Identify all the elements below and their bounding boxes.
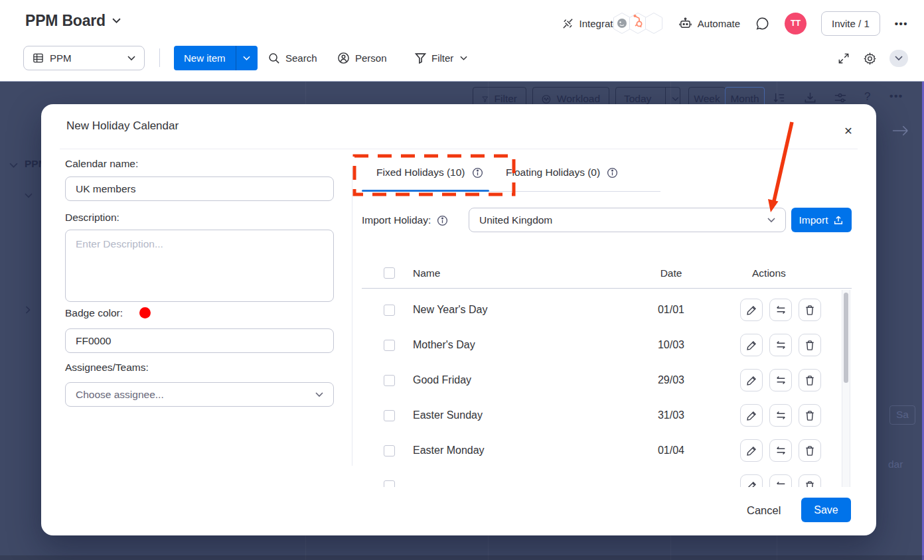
info-icon[interactable] [607,167,618,178]
invite-button[interactable]: Invite / 1 [821,11,880,36]
info-icon[interactable] [437,215,448,226]
new-holiday-calendar-modal: New Holiday Calendar ✕ Calendar name: De… [41,104,876,535]
filter-button[interactable]: Filter [415,46,467,70]
workload-icon [542,94,551,105]
tab-fixed-label: Fixed Holidays (10) [376,167,465,178]
row-checkbox[interactable] [384,410,395,421]
row-checkbox[interactable] [384,445,395,456]
bg-row-chevron-icon[interactable] [25,193,33,198]
tab-fixed-holidays[interactable]: Fixed Holidays (10) [376,167,483,178]
modal-title: New Holiday Calendar [66,119,179,133]
edit-icon[interactable] [740,369,763,391]
bg-collapse-chevron-icon[interactable] [9,163,18,169]
import-country-select[interactable]: United Kingdom [469,208,786,232]
holiday-name: Easter Sunday [413,409,483,421]
chevron-down-icon [672,97,679,102]
bg-sort-icon[interactable] [772,91,786,105]
bg-help-icon[interactable]: ? [864,90,870,104]
description-textarea[interactable] [65,230,334,302]
row-checkbox[interactable] [384,305,395,316]
table-row: Good Friday 29/03 [362,363,844,398]
bg-export-icon[interactable] [803,91,817,105]
view-select[interactable]: PPM [23,46,145,70]
import-button[interactable]: Import [791,208,852,232]
table-row: Easter Monday 01/04 [362,433,844,468]
holiday-name: Good Friday [413,374,471,386]
assignees-select[interactable]: Choose assignee... [65,382,334,407]
integrate-button[interactable]: Integrate [562,12,664,35]
search-button[interactable]: Search [268,46,317,70]
edit-icon[interactable] [740,404,763,427]
calendar-name-input[interactable] [65,176,334,201]
search-label: Search [285,52,317,64]
badge-color-swatch [139,307,151,318]
import-holiday-label-row: Import Holiday: [362,214,448,226]
board-title[interactable]: PPM Board [25,12,121,30]
swap-icon[interactable] [769,299,792,321]
automate-button[interactable]: Automate [678,17,740,30]
row-checkbox[interactable] [384,480,395,487]
holiday-name: Easter Monday [413,445,485,456]
swap-icon[interactable] [769,404,792,427]
row-checkbox[interactable] [384,340,395,351]
edit-icon[interactable] [740,439,763,462]
save-button[interactable]: Save [801,498,851,522]
bg-expand-chevron-icon[interactable] [25,306,31,314]
holiday-table-body: New Year's Day 01/01 Mother's Day 10/03 … [362,289,844,487]
new-item-button[interactable]: New item [174,46,258,70]
bg-today-label: Today [616,93,659,105]
table-scrollbar[interactable] [842,290,850,487]
new-item-caret[interactable] [236,46,258,70]
board-more-icon[interactable]: ••• [895,18,908,29]
chevron-down-icon [460,56,467,61]
table-row: Mother's Day 10/03 [362,328,844,363]
column-header-name: Name [413,267,440,279]
view-select-value: PPM [50,52,72,64]
table-row: New Year's Day 01/01 [362,293,844,328]
edit-icon[interactable] [740,334,763,356]
badge-color-input[interactable] [65,328,334,353]
badge-color-label: Badge color: [65,307,123,319]
person-filter-button[interactable]: Person [337,46,387,70]
integration-app-badges [616,12,664,35]
avatar[interactable]: TT [785,13,807,35]
new-item-label[interactable]: New item [174,46,236,70]
delete-icon[interactable] [799,474,821,487]
info-icon[interactable] [472,167,483,178]
swap-icon[interactable] [769,334,792,356]
select-all-checkbox[interactable] [384,267,395,279]
person-label: Person [355,52,387,64]
assignees-placeholder: Choose assignee... [76,389,164,401]
table-row: Easter Sunday 31/03 [362,398,844,433]
edit-icon[interactable] [740,474,763,487]
collapse-header-button[interactable] [889,50,908,67]
chat-bubble-icon[interactable] [755,16,770,31]
import-button-label: Import [799,214,828,226]
swap-icon[interactable] [769,439,792,462]
column-header-date: Date [651,267,691,279]
edit-icon[interactable] [740,299,763,321]
scrollbar-thumb[interactable] [844,293,848,383]
description-label: Description: [65,212,119,224]
delete-icon[interactable] [799,369,821,391]
delete-icon[interactable] [799,334,821,356]
robot-icon [678,17,692,30]
tab-floating-holidays[interactable]: Floating Holidays (0) [506,167,618,178]
holiday-date: 31/03 [651,409,691,421]
bg-arrow-right-icon[interactable] [891,125,909,137]
automate-label: Automate [698,18,740,29]
board-settings-gear-icon[interactable] [863,52,877,66]
cancel-button[interactable]: Cancel [739,500,789,521]
row-checkbox[interactable] [384,375,395,386]
modal-header-divider [60,149,858,149]
bg-settings-sliders-icon[interactable] [833,91,848,105]
bg-more-icon[interactable]: ••• [889,90,903,102]
close-icon[interactable]: ✕ [839,121,858,140]
swap-icon[interactable] [769,369,792,391]
swap-icon[interactable] [769,474,792,487]
delete-icon[interactable] [799,299,821,321]
fullscreen-icon[interactable] [837,52,850,65]
tab-strip-underline [489,191,660,192]
delete-icon[interactable] [799,404,821,427]
delete-icon[interactable] [799,439,821,462]
